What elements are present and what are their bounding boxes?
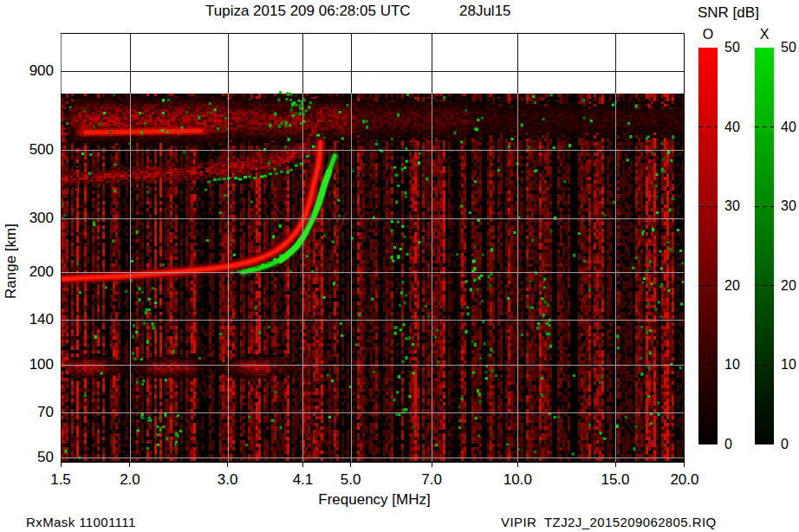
x-polarization-label: X [755, 27, 774, 42]
x-tick-mark [517, 463, 518, 467]
x-tick-mark [129, 463, 130, 467]
x-tick-mark [350, 463, 351, 467]
y-tick-label: 500 [14, 142, 54, 158]
o-colorbar [698, 48, 718, 444]
x-tick-mark [61, 463, 62, 467]
x-colorbar-tick-label: 20 [781, 279, 796, 293]
filename-label: VIPIR TZJ2J_2015209062805.RIQ [501, 515, 717, 529]
o-colorbar-dash [698, 365, 718, 366]
o-colorbar-tick-label: 50 [724, 41, 740, 55]
x-tick-label: 3.0 [209, 472, 247, 488]
o-colorbar-tick-label: 0 [724, 438, 732, 451]
y-tick-label: 100 [14, 357, 54, 373]
o-colorbar-tick-label: 30 [724, 199, 740, 213]
x-colorbar-tick-label: 40 [781, 120, 796, 134]
x-colorbar-dash [755, 285, 774, 286]
y-tick-label: 50 [14, 450, 54, 465]
plot-title: Tupiza 2015 209 06:28:05 UTC [205, 3, 411, 20]
y-tick-label: 70 [14, 405, 54, 420]
x-tick-label: 5.0 [332, 472, 370, 488]
x-tick-label: 20.0 [666, 472, 704, 488]
x-tick-mark [684, 463, 685, 467]
x-colorbar-tick-label: 0 [781, 438, 789, 451]
x-tick-mark [432, 463, 432, 467]
o-colorbar-dash [698, 285, 718, 286]
x-colorbar-tick-label: 10 [781, 358, 796, 372]
o-colorbar-tick-label: 20 [724, 279, 740, 293]
x-tick-label: 10.0 [498, 472, 536, 488]
x-colorbar-dash [755, 365, 774, 366]
ionogram-canvas [61, 33, 685, 463]
x-tick-label: 7.0 [412, 472, 451, 488]
x-colorbar [755, 48, 774, 444]
x-tick-mark [302, 463, 303, 467]
x-tick-label: 1.5 [42, 472, 80, 488]
rx-mask-label: RxMask 11001111 [26, 515, 136, 529]
x-colorbar-dash [755, 206, 774, 207]
colorbar-title: SNR [dB] [698, 4, 759, 22]
o-colorbar-tick-label: 10 [724, 358, 740, 372]
y-tick-label: 140 [14, 312, 54, 328]
ionogram-page: Tupiza 2015 209 06:28:05 UTC 28Jul15 507… [0, 0, 799, 532]
x-tick-label: 4.1 [283, 472, 322, 488]
x-tick-mark [227, 463, 228, 467]
plot-date: 28Jul15 [459, 3, 511, 20]
o-colorbar-dash [698, 127, 718, 127]
x-colorbar-tick-label: 30 [781, 199, 796, 213]
x-axis-title: Frequency [MHz] [305, 491, 444, 509]
x-colorbar-dash [755, 127, 774, 127]
x-tick-label: 15.0 [596, 472, 634, 488]
x-tick-label: 2.0 [111, 472, 149, 488]
x-tick-mark [615, 463, 616, 467]
o-polarization-label: O [698, 27, 718, 42]
y-tick-label: 900 [14, 63, 54, 79]
y-axis-title: Range [km] [3, 204, 20, 299]
x-colorbar-tick-label: 50 [781, 41, 796, 55]
o-colorbar-dash [698, 206, 718, 207]
o-colorbar-tick-label: 40 [724, 120, 740, 134]
